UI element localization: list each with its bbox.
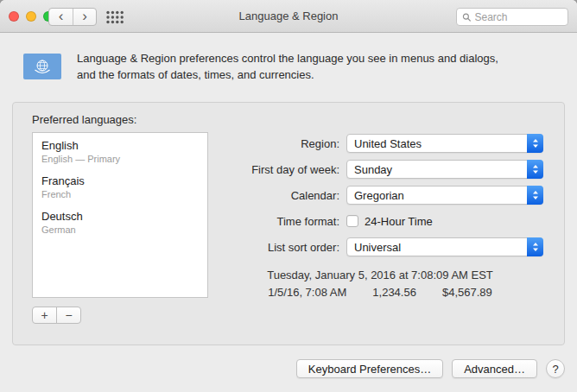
24-hour-checkbox[interactable] bbox=[346, 215, 358, 227]
add-language-button[interactable]: + bbox=[32, 307, 57, 324]
search-input[interactable] bbox=[475, 11, 563, 23]
titlebar: ‹ › Language & Region bbox=[0, 0, 577, 33]
language-name: Deutsch bbox=[41, 210, 199, 223]
format-preview: Tuesday, January 5, 2016 at 7:08:09 AM E… bbox=[217, 269, 543, 299]
number-preview: 1,234.56 bbox=[372, 286, 416, 299]
sort-order-row: List sort order: Universal bbox=[217, 237, 543, 256]
sort-order-popup[interactable]: Universal bbox=[346, 237, 543, 256]
search-field[interactable] bbox=[456, 8, 568, 26]
language-name: Français bbox=[41, 174, 199, 187]
help-button[interactable]: ? bbox=[546, 359, 565, 378]
calendar-row: Calendar: Gregorian bbox=[217, 186, 543, 205]
region-form: Region: United States First day of week:… bbox=[217, 134, 543, 299]
time-format-label: Time format: bbox=[217, 215, 346, 228]
language-subtitle: French bbox=[41, 189, 199, 199]
popup-arrows-icon bbox=[527, 160, 543, 179]
language-subtitle: English — Primary bbox=[41, 154, 199, 164]
calendar-value: Gregorian bbox=[354, 189, 404, 202]
list-item[interactable]: Français French bbox=[33, 168, 207, 204]
remove-language-button[interactable]: − bbox=[56, 307, 81, 324]
footer: Keyboard Preferences… Advanced… ? bbox=[296, 359, 565, 378]
calendar-label: Calendar: bbox=[217, 189, 346, 202]
first-day-label: First day of week: bbox=[217, 163, 346, 176]
description-line-1: Language & Region preferences control th… bbox=[77, 50, 498, 67]
region-row: Region: United States bbox=[217, 134, 543, 153]
region-value: United States bbox=[354, 137, 422, 150]
date-preview: Tuesday, January 5, 2016 at 7:08:09 AM E… bbox=[217, 269, 543, 281]
popup-arrows-icon bbox=[527, 134, 543, 153]
advanced-button[interactable]: Advanced… bbox=[452, 359, 537, 378]
language-region-window: ‹ › Language & Region bbox=[0, 0, 577, 392]
time-format-row: Time format: 24-Hour Time bbox=[217, 212, 543, 231]
first-day-value: Sunday bbox=[354, 163, 392, 176]
language-subtitle: German bbox=[41, 224, 199, 235]
first-day-popup[interactable]: Sunday bbox=[346, 160, 543, 179]
24-hour-label: 24-Hour Time bbox=[365, 215, 433, 228]
calendar-popup[interactable]: Gregorian bbox=[346, 186, 543, 205]
preferred-languages-label: Preferred languages: bbox=[32, 113, 136, 126]
search-icon bbox=[462, 12, 472, 22]
sort-order-value: Universal bbox=[354, 241, 401, 254]
pane-header: Language & Region preferences control th… bbox=[0, 34, 577, 99]
short-format-preview: 1/5/16, 7:08 AM 1,234.56 $4,567.89 bbox=[217, 286, 543, 299]
sort-order-label: List sort order: bbox=[217, 241, 346, 254]
region-popup[interactable]: United States bbox=[346, 134, 543, 153]
short-date-preview: 1/5/16, 7:08 AM bbox=[268, 286, 346, 299]
description-line-2: and the formats of dates, times, and cur… bbox=[77, 66, 498, 84]
settings-groupbox: Preferred languages: English English — P… bbox=[12, 102, 565, 345]
list-controls: + − bbox=[32, 307, 81, 324]
pane-description: Language & Region preferences control th… bbox=[77, 50, 498, 84]
first-day-row: First day of week: Sunday bbox=[217, 160, 543, 179]
popup-arrows-icon bbox=[527, 237, 543, 256]
currency-preview: $4,567.89 bbox=[442, 286, 492, 299]
keyboard-preferences-button[interactable]: Keyboard Preferences… bbox=[296, 359, 443, 378]
list-item[interactable]: English English — Primary bbox=[33, 133, 207, 168]
un-flag-icon bbox=[23, 54, 61, 79]
language-name: English bbox=[41, 139, 199, 152]
preferred-languages-list[interactable]: English English — Primary Français Frenc… bbox=[32, 132, 208, 298]
region-label: Region: bbox=[217, 137, 346, 150]
popup-arrows-icon bbox=[527, 186, 543, 205]
list-item[interactable]: Deutsch German bbox=[33, 204, 207, 239]
